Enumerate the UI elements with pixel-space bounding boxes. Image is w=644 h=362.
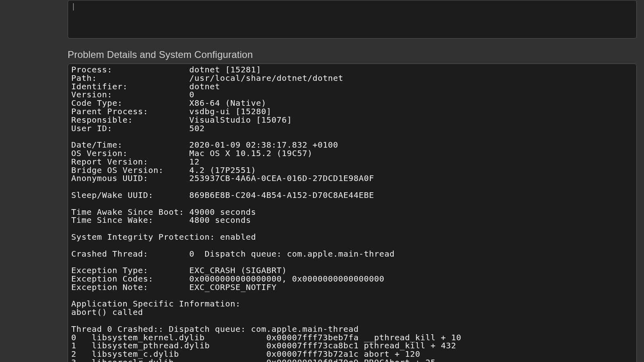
- comments-textarea[interactable]: |: [68, 0, 637, 39]
- text-cursor: |: [71, 2, 76, 10]
- crash-report-panel[interactable]: Process: dotnet [15281] Path: /usr/local…: [68, 64, 637, 362]
- section-title-problem-details: Problem Details and System Configuration: [68, 49, 640, 60]
